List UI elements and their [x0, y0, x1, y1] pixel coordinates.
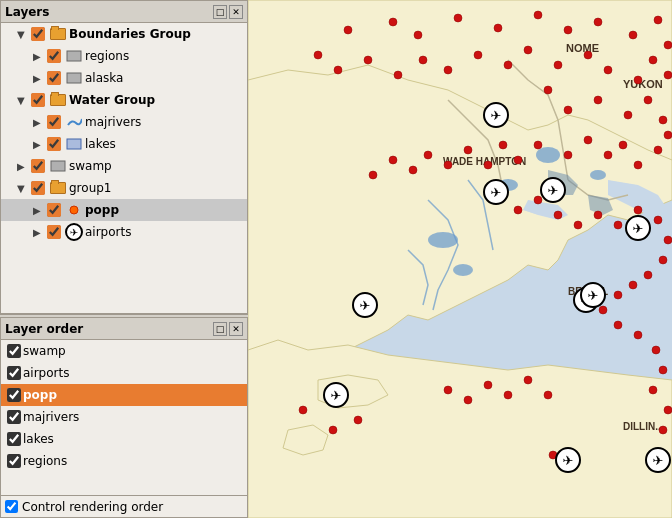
order-checkbox-regions[interactable] [7, 454, 21, 468]
layers-panel: Layers □ ✕ ▼ Boundaries Group ▶ reg [0, 0, 248, 314]
svg-point-102 [444, 386, 452, 394]
svg-point-16 [590, 170, 606, 180]
layer-item-group1[interactable]: ▼ group1 [1, 177, 247, 199]
svg-point-36 [654, 16, 662, 24]
layer-item-airports[interactable]: ▶ ✈ airports [1, 221, 247, 243]
layer-item-swamp[interactable]: ▶ swamp [1, 155, 247, 177]
svg-point-63 [604, 151, 612, 159]
expand-lakes[interactable]: ▶ [33, 139, 45, 150]
layer-order-scroll[interactable]: swamp airports popp majrivers lakes regi [1, 340, 247, 495]
checkbox-boundaries-group[interactable] [31, 27, 45, 41]
layer-item-alaska[interactable]: ▶ alaska [1, 67, 247, 89]
svg-point-68 [499, 141, 507, 149]
expand-water-group[interactable]: ▼ [17, 95, 29, 106]
expand-regions[interactable]: ▶ [33, 51, 45, 62]
layer-item-boundaries-group[interactable]: ▼ Boundaries Group [1, 23, 247, 45]
svg-rect-1 [67, 73, 81, 83]
svg-point-28 [389, 18, 397, 26]
expand-group1[interactable]: ▼ [17, 183, 29, 194]
order-item-lakes[interactable]: lakes [1, 428, 247, 450]
order-item-popp[interactable]: popp [1, 384, 247, 406]
order-label-popp: popp [23, 388, 57, 402]
order-checkbox-lakes[interactable] [7, 432, 21, 446]
svg-text:✈: ✈ [563, 453, 574, 468]
svg-point-75 [369, 171, 377, 179]
svg-point-32 [534, 11, 542, 19]
svg-text:NOME: NOME [566, 42, 599, 54]
svg-point-91 [614, 321, 622, 329]
checkbox-regions[interactable] [47, 49, 61, 63]
layer-name-group1: group1 [69, 181, 112, 195]
svg-point-38 [649, 56, 657, 64]
icon-lakes [65, 135, 83, 153]
svg-point-85 [664, 236, 672, 244]
order-checkbox-majrivers[interactable] [7, 410, 21, 424]
order-item-majrivers[interactable]: majrivers [1, 406, 247, 428]
svg-point-31 [494, 24, 502, 32]
control-rendering-checkbox[interactable] [5, 500, 18, 513]
svg-text:✈: ✈ [653, 453, 664, 468]
layers-panel-close-btn[interactable]: ✕ [229, 5, 243, 19]
order-label-majrivers: majrivers [23, 410, 79, 424]
checkbox-airports[interactable] [47, 225, 61, 239]
order-item-swamp[interactable]: swamp [1, 340, 247, 362]
layer-item-lakes[interactable]: ▶ lakes [1, 133, 247, 155]
svg-point-29 [414, 31, 422, 39]
expand-majrivers[interactable]: ▶ [33, 117, 45, 128]
order-item-regions[interactable]: regions [1, 450, 247, 472]
layers-scroll[interactable]: ▼ Boundaries Group ▶ regions ▶ [1, 23, 247, 313]
layer-name-alaska: alaska [85, 71, 123, 85]
svg-rect-0 [67, 51, 81, 61]
order-checkbox-swamp[interactable] [7, 344, 21, 358]
svg-point-46 [474, 51, 482, 59]
expand-swamp[interactable]: ▶ [17, 161, 29, 172]
svg-point-61 [634, 161, 642, 169]
svg-point-27 [344, 26, 352, 34]
expand-popp[interactable]: ▶ [33, 205, 45, 216]
svg-point-88 [629, 281, 637, 289]
layers-panel-header: Layers □ ✕ [1, 1, 247, 23]
map-svg: NOME YUKON WADE HAMPTON BETHEL DILLIN... [248, 0, 672, 518]
checkbox-popp[interactable] [47, 203, 61, 217]
svg-point-37 [664, 41, 672, 49]
icon-airports: ✈ [65, 223, 83, 241]
layer-item-regions[interactable]: ▶ regions [1, 45, 247, 67]
svg-point-89 [614, 291, 622, 299]
layer-order-close-btn[interactable]: ✕ [229, 322, 243, 336]
layer-name-boundaries-group: Boundaries Group [69, 27, 191, 41]
order-label-lakes: lakes [23, 432, 54, 446]
layer-item-majrivers[interactable]: ▶ majrivers [1, 111, 247, 133]
layer-order-controls: □ ✕ [213, 322, 243, 336]
svg-text:✈: ✈ [548, 183, 559, 198]
checkbox-majrivers[interactable] [47, 115, 61, 129]
order-checkbox-popp[interactable] [7, 388, 21, 402]
expand-alaska[interactable]: ▶ [33, 73, 45, 84]
svg-point-97 [659, 426, 667, 434]
checkbox-lakes[interactable] [47, 137, 61, 151]
layer-item-water-group[interactable]: ▼ Water Group [1, 89, 247, 111]
svg-point-41 [604, 66, 612, 74]
checkbox-swamp[interactable] [31, 159, 45, 173]
layers-panel-restore-btn[interactable]: □ [213, 5, 227, 19]
checkbox-water-group[interactable] [31, 93, 45, 107]
expand-airports[interactable]: ▶ [33, 227, 45, 238]
checkbox-alaska[interactable] [47, 71, 61, 85]
layer-item-popp[interactable]: ▶ popp [1, 199, 247, 221]
order-item-airports[interactable]: airports [1, 362, 247, 384]
map-panel[interactable]: NOME YUKON WADE HAMPTON BETHEL DILLIN... [248, 0, 672, 518]
order-checkbox-airports[interactable] [7, 366, 21, 380]
checkbox-group1[interactable] [31, 181, 45, 195]
svg-point-18 [428, 232, 458, 248]
layer-name-majrivers: majrivers [85, 115, 141, 129]
svg-point-86 [659, 256, 667, 264]
order-label-swamp: swamp [23, 344, 66, 358]
svg-point-106 [524, 376, 532, 384]
expand-boundaries-group[interactable]: ▼ [17, 29, 29, 40]
svg-point-42 [584, 51, 592, 59]
svg-point-92 [634, 331, 642, 339]
svg-point-83 [634, 206, 642, 214]
svg-text:YUKON: YUKON [623, 78, 663, 90]
svg-point-58 [659, 116, 667, 124]
icon-alaska [65, 69, 83, 87]
layer-order-restore-btn[interactable]: □ [213, 322, 227, 336]
